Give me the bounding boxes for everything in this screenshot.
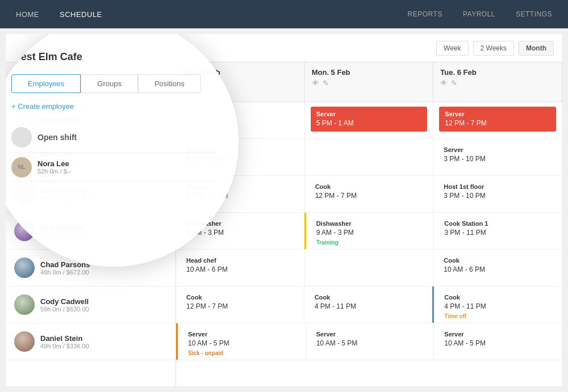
create-employee-link[interactable]: + Create employee bbox=[11, 102, 216, 111]
chevron-down-icon[interactable]: ⌄ bbox=[208, 52, 216, 62]
month-button[interactable]: Month bbox=[519, 41, 554, 56]
nav-left: HOME SCHEDULE bbox=[11, 7, 107, 22]
schedule-row: Cook 12 PM - 7 PM Cook 4 PM - 11 PM Cook bbox=[176, 286, 562, 323]
employee-hours: 59h 0m / $630.00 bbox=[40, 306, 89, 313]
schedule-cell[interactable]: Dishwasher 9 AM - 3 PM Training bbox=[304, 213, 435, 249]
tab-employees[interactable]: Employees bbox=[11, 74, 81, 93]
week-button[interactable]: Week bbox=[436, 41, 468, 56]
shift-block[interactable]: Server 10 AM - 5 PM bbox=[440, 328, 556, 351]
overlay-employee-row: NL Nora Lee 52h 0m / $-- bbox=[11, 153, 216, 182]
nav-home[interactable]: HOME bbox=[11, 7, 44, 22]
schedule-cell[interactable]: Server 12 PM - 7 PM bbox=[433, 102, 562, 138]
edit-icon[interactable]: ✎ bbox=[451, 79, 457, 87]
employee-info: Cody Cadwell 59h 0m / $630.00 bbox=[40, 297, 89, 313]
shift-time: 9 AM - 3 PM bbox=[186, 228, 294, 238]
shift-block[interactable]: Server 10 AM - 5 PM bbox=[312, 328, 428, 351]
schedule-cell[interactable]: Server 10 AM - 5 PM bbox=[434, 323, 562, 360]
schedule-cell[interactable]: Cook Station 1 3 PM - 11 PM bbox=[434, 213, 562, 249]
nav-schedule[interactable]: SCHEDULE bbox=[55, 7, 107, 22]
shift-block[interactable]: Server 5 PM - 1 AM bbox=[311, 107, 428, 132]
schedule-cell[interactable] bbox=[305, 139, 434, 175]
shift-time: 4 PM - 11 PM bbox=[444, 302, 552, 311]
shift-role: Server bbox=[444, 330, 552, 339]
shift-block[interactable]: Server 12 PM - 7 PM bbox=[439, 107, 556, 132]
schedule-cell[interactable] bbox=[305, 250, 434, 286]
schedule-cell[interactable]: Head chef 10 AM - 6 PM bbox=[176, 250, 305, 286]
shift-role: Server bbox=[444, 146, 552, 154]
shift-role: Server bbox=[316, 330, 424, 339]
schedule-cell[interactable]: Cook 12 PM - 7 PM bbox=[305, 176, 434, 212]
employee-name: Nora Lee bbox=[37, 159, 71, 168]
shift-tag: Time off bbox=[444, 313, 552, 321]
shift-role: Cook bbox=[444, 256, 552, 265]
shift-tag: Training bbox=[316, 239, 424, 247]
schedule-row: Head chef 10 AM - 6 PM Cook 10 AM - 6 PM bbox=[176, 250, 562, 286]
day-name: Mon. 5 Feb bbox=[312, 68, 427, 77]
shift-role: Cook Station 1 bbox=[444, 220, 552, 228]
eye-icon[interactable]: 👁 bbox=[312, 79, 319, 87]
shift-role: Server bbox=[445, 110, 550, 119]
day-header-tue: Tue. 6 Feb 👁 ✎ bbox=[433, 62, 562, 102]
shift-block[interactable]: Cook 12 PM - 7 PM bbox=[182, 291, 298, 314]
shift-block[interactable]: Cook Station 1 3 PM - 11 PM bbox=[440, 217, 556, 240]
employee-info: Daniel Stein 49h 0m / $336.00 bbox=[40, 334, 89, 349]
schedule-cell[interactable]: Server 10 AM - 5 PM bbox=[306, 323, 435, 360]
cafe-name: West Elm Cafe bbox=[11, 51, 82, 63]
employee-name: Daniel Stein bbox=[40, 334, 89, 343]
shift-time: 3 PM - 10 PM bbox=[444, 154, 552, 164]
shift-role: Cook bbox=[444, 293, 552, 302]
shift-block[interactable]: Server 10 AM - 5 PM Sick - unpaid bbox=[183, 328, 300, 360]
open-shift-label: Open shift bbox=[37, 133, 77, 142]
shift-block[interactable]: Dishwasher 9 AM - 3 PM Training bbox=[312, 217, 428, 249]
shift-time: 3 PM - 11 PM bbox=[444, 228, 552, 238]
schedule-cell[interactable]: Cook 4 PM - 11 PM bbox=[304, 286, 433, 323]
schedule-cell[interactable]: Cook 12 PM - 7 PM bbox=[176, 286, 304, 323]
eye-icon[interactable]: 👁 bbox=[440, 79, 448, 87]
day-header-mon: Mon. 5 Feb 👁 ✎ bbox=[305, 62, 434, 102]
two-weeks-button[interactable]: 2 Weeks bbox=[473, 41, 514, 56]
shift-block[interactable]: Server 3 PM - 10 PM bbox=[439, 144, 556, 166]
shift-block[interactable]: Cook 12 PM - 7 PM bbox=[311, 180, 428, 203]
edit-icon[interactable]: ✎ bbox=[323, 79, 329, 87]
schedule-row: Server 10 AM - 5 PM Sick - unpaid Server… bbox=[176, 323, 562, 360]
day-icons: 👁 ✎ bbox=[440, 79, 555, 87]
employee-info: Nora Lee 52h 0m / $-- bbox=[37, 159, 71, 175]
employee-row: Cody Cadwell 59h 0m / $630.00 bbox=[6, 286, 176, 323]
filter-tabs: Employees Groups Positions bbox=[11, 74, 216, 93]
avatar bbox=[14, 331, 35, 352]
avatar bbox=[11, 127, 32, 147]
shift-block[interactable]: Head chef 10 AM - 6 PM bbox=[182, 254, 299, 277]
shift-time: 5 PM - 1 AM bbox=[316, 119, 422, 128]
shift-time: 12 PM - 7 PM bbox=[445, 119, 550, 128]
shift-role: Cook bbox=[315, 293, 422, 302]
shift-time: 12 PM - 7 PM bbox=[186, 302, 294, 311]
nav-reports[interactable]: REPORTS bbox=[403, 7, 447, 21]
schedule-cell[interactable]: Cook 10 AM - 6 PM bbox=[433, 250, 562, 286]
shift-role: Cook bbox=[186, 293, 294, 302]
schedule-cell[interactable]: Server 5 PM - 1 AM bbox=[305, 102, 434, 138]
shift-block[interactable]: Cook 4 PM - 11 PM bbox=[310, 291, 427, 314]
shift-tag: Sick - unpaid bbox=[188, 349, 295, 357]
shift-block[interactable]: Cook 4 PM - 11 PM Time off bbox=[440, 291, 556, 323]
schedule-cell[interactable]: Server 10 AM - 5 PM Sick - unpaid bbox=[176, 323, 306, 360]
shift-role: Server bbox=[316, 110, 422, 119]
tab-positions[interactable]: Positions bbox=[138, 74, 201, 93]
shift-role: Cook bbox=[315, 183, 423, 191]
nav-payroll[interactable]: PAYROLL bbox=[458, 7, 500, 21]
schedule-row: Dishwasher 9 AM - 3 PM Dishwasher 9 AM -… bbox=[176, 213, 562, 250]
tab-groups[interactable]: Groups bbox=[81, 74, 138, 93]
schedule-cell[interactable]: Cook 4 PM - 11 PM Time off bbox=[432, 286, 562, 323]
shift-time: 9 AM - 3 PM bbox=[316, 228, 424, 238]
employee-name: Cody Cadwell bbox=[40, 297, 89, 306]
shift-block[interactable]: Cook 10 AM - 6 PM bbox=[439, 254, 556, 277]
nav-right: REPORTS PAYROLL SETTINGS bbox=[403, 7, 557, 21]
schedule-cell[interactable]: Server 3 PM - 10 PM bbox=[433, 139, 562, 175]
shift-block[interactable]: Host 1st floor 3 PM - 10 PM bbox=[439, 180, 556, 203]
shift-time: 10 AM - 5 PM bbox=[444, 339, 552, 348]
employee-hours: 48h 0m / $672.00 bbox=[40, 269, 90, 276]
shift-role: Server bbox=[188, 330, 295, 339]
avatar bbox=[14, 294, 35, 315]
shift-role: Host 1st floor bbox=[444, 183, 552, 191]
nav-settings[interactable]: SETTINGS bbox=[511, 7, 557, 21]
schedule-cell[interactable]: Host 1st floor 3 PM - 10 PM bbox=[433, 176, 562, 212]
